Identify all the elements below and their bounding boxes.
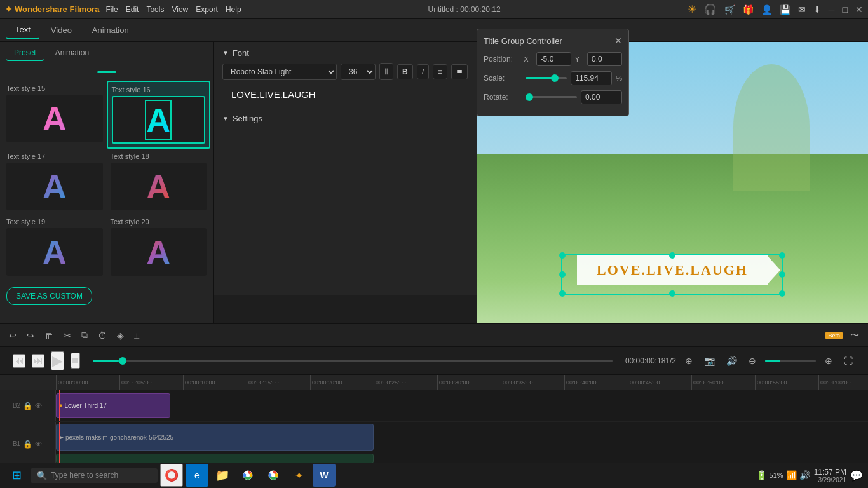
add-track-button[interactable]: ⊕ <box>682 353 695 369</box>
taskbar-app-filmora[interactable]: ✦ <box>287 464 310 487</box>
style-item-19[interactable]: Text style 19 A <box>3 214 107 280</box>
style-item-20[interactable]: Text style 20 A <box>107 214 211 280</box>
tgc-rotate-slider[interactable] <box>526 96 577 98</box>
style-label-20: Text style 20 <box>111 218 207 226</box>
track-b2-lock-icon[interactable]: 🔒 <box>23 402 32 410</box>
style-item-15[interactable]: Text style 15 A <box>3 81 107 149</box>
zoom-in-button[interactable]: ⊕ <box>822 353 835 369</box>
menu-help[interactable]: Help <box>226 5 241 14</box>
taskbar-app-word[interactable]: W <box>313 464 336 487</box>
speaker-button[interactable]: 🔊 <box>724 353 740 369</box>
screenshot-button[interactable]: 📷 <box>702 353 717 369</box>
menu-file[interactable]: File <box>105 5 118 14</box>
minimize-button[interactable]: ─ <box>829 4 835 15</box>
stop-button[interactable]: ■ <box>71 353 80 369</box>
tgc-y-input[interactable] <box>587 52 622 66</box>
ruler-tick-7: 00:00:35:00 <box>501 375 564 390</box>
tab-video[interactable]: Video <box>42 22 81 39</box>
handle-bl[interactable] <box>559 290 566 297</box>
video-clip[interactable]: ▶ pexels-maksim-goncharenok-5642525 <box>56 424 374 450</box>
menu-tools[interactable]: Tools <box>146 5 164 14</box>
handle-br[interactable] <box>779 290 785 297</box>
settings-arrow: ▼ <box>222 115 229 122</box>
taskbar-app-chrome2[interactable] <box>262 464 285 487</box>
font-size-select[interactable]: 36 <box>341 64 376 80</box>
handle-ml[interactable] <box>559 271 566 278</box>
save-as-custom-button[interactable]: SAVE AS CUSTOM <box>6 287 92 305</box>
zoom-out-button[interactable]: ⊖ <box>746 353 759 369</box>
windows-taskbar: ⊞ 🔍 Type here to search ⭕ e 📁 ✦ W 🔋 51% … <box>0 463 868 488</box>
ruler-tick-1: 00:00:05:00 <box>119 375 183 390</box>
notification-icon[interactable]: 💬 <box>850 470 863 482</box>
playback-controls: ⏮ ⏭ ▶ ■ <box>13 351 80 370</box>
tab-animation[interactable]: Animation <box>83 22 138 39</box>
audio-wave-button[interactable]: 〜 <box>848 327 862 344</box>
menu-view[interactable]: View <box>172 5 188 14</box>
taskbar-app-folder[interactable]: 📁 <box>211 464 234 487</box>
maximize-button[interactable]: □ <box>843 4 848 15</box>
tgc-scale-label: Scale: <box>484 74 522 83</box>
taskbar-app-edge[interactable]: e <box>186 464 208 487</box>
cortana-button[interactable]: ⭕ <box>160 464 183 487</box>
taskbar-search[interactable]: 🔍 Type here to search <box>31 468 158 483</box>
menu-edit[interactable]: Edit <box>126 5 139 14</box>
tab-preset[interactable]: Preset <box>6 46 44 61</box>
main-tab-bar: Text Video Animation <box>0 19 868 42</box>
logo-icon: ✦ <box>5 4 12 14</box>
prev-clip-button[interactable]: ⏭ <box>32 354 44 368</box>
style-preview-16: A + <box>112 96 206 144</box>
icon-headset: 🎧 <box>704 3 717 15</box>
handle-tl[interactable] <box>559 252 566 259</box>
delete-button[interactable]: 🗑 <box>42 328 56 343</box>
playback-progress[interactable] <box>93 360 613 362</box>
tgc-scale-input[interactable] <box>571 71 612 85</box>
history-button[interactable]: ⏱ <box>95 328 109 343</box>
track-b2: B2 🔒 👁 ● Lower Third 17 <box>0 390 868 422</box>
system-clock[interactable]: 11:57 PM 3/29/2021 <box>814 468 846 484</box>
fullscreen-button[interactable]: ⛶ <box>841 353 855 369</box>
tab-animation-sub[interactable]: Animation <box>48 46 97 61</box>
mask-button[interactable]: ◈ <box>114 328 126 343</box>
handle-bm[interactable] <box>669 290 675 297</box>
copy-button[interactable]: ⧉ <box>79 327 90 343</box>
icon-person: 👤 <box>761 4 772 15</box>
track-b1-eye-icon[interactable]: 👁 <box>35 440 43 449</box>
taskbar-app-chrome[interactable] <box>236 464 259 487</box>
playback-bar: ⏮ ⏭ ▶ ■ 00:00:00:18 1/2 ⊕ 📷 🔊 ⊖ ⊕ ⛶ <box>0 347 868 375</box>
tgc-close-button[interactable]: ✕ <box>614 36 622 46</box>
track-b1-lock-icon[interactable]: 🔒 <box>23 440 32 449</box>
handle-tr[interactable] <box>779 252 785 259</box>
cut-button[interactable]: ✂ <box>61 328 74 343</box>
tgc-rotate-input[interactable] <box>581 90 622 104</box>
style-item-18[interactable]: Text style 18 A <box>107 149 211 214</box>
align-more-button[interactable]: ≣ <box>451 64 468 79</box>
italic-button[interactable]: I <box>417 64 429 79</box>
handle-mr[interactable] <box>779 271 785 278</box>
tab-text[interactable]: Text <box>6 21 39 39</box>
start-button[interactable]: ⊞ <box>5 464 28 487</box>
font-family-select[interactable]: Roboto Slab Light <box>222 64 337 80</box>
window-controls: ☀ 🎧 🛒 🎁 👤 💾 ✉ ⬇ ─ □ ✕ <box>688 3 863 15</box>
style-label-15: Text style 15 <box>6 85 103 92</box>
tgc-scale-slider[interactable] <box>526 77 567 79</box>
timecode: 00:00:00:18 <box>625 356 665 365</box>
play-button[interactable]: ▶ <box>51 351 64 370</box>
undo-button[interactable]: ↩ <box>6 328 19 343</box>
ruler-ticks: 00:00:00:00 00:00:05:00 00:00:10:00 00:0… <box>56 375 868 390</box>
split-button[interactable]: ⟂ <box>132 328 142 343</box>
align-left-button[interactable]: ≡ <box>433 64 447 79</box>
tgc-x-input[interactable] <box>536 52 571 66</box>
column-spacing-button[interactable]: ⦀ <box>379 63 393 80</box>
close-button[interactable]: ✕ <box>855 4 863 15</box>
handle-tm[interactable] <box>669 252 675 259</box>
clock-date: 3/29/2021 <box>814 477 846 484</box>
title-clip[interactable]: ● Lower Third 17 <box>56 393 170 418</box>
prev-frame-button[interactable]: ⏮ <box>13 354 25 368</box>
redo-button[interactable]: ↪ <box>24 328 37 343</box>
track-b2-eye-icon[interactable]: 👁 <box>35 402 43 410</box>
bold-button[interactable]: B <box>397 64 413 79</box>
style-item-16[interactable]: Text style 16 A + <box>107 81 211 149</box>
audio-clip[interactable] <box>56 454 374 463</box>
menu-export[interactable]: Export <box>196 5 218 14</box>
style-item-17[interactable]: Text style 17 A <box>3 149 107 214</box>
